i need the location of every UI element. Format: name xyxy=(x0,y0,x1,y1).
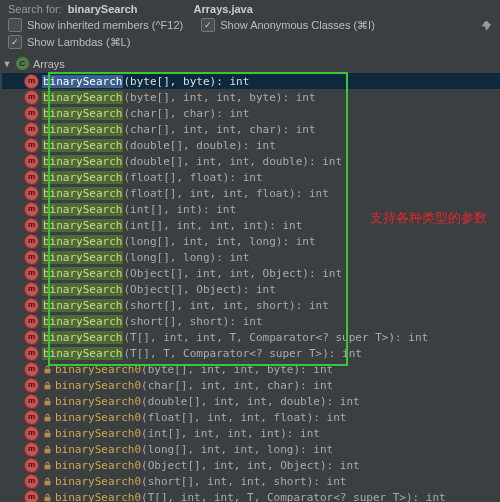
method-row[interactable]: mbinarySearch(byte[], byte): int xyxy=(2,73,500,89)
method-name: binarySearch xyxy=(42,283,123,296)
checkbox-anonymous[interactable]: ✓ Show Anonymous Classes (⌘I) xyxy=(201,18,375,32)
expand-arrow-icon[interactable]: ▼ xyxy=(2,59,12,69)
method-name: binarySearch xyxy=(42,347,123,360)
method-signature: binarySearch0(char[], int, int, char): i… xyxy=(55,379,333,392)
method-name: binarySearch0 xyxy=(55,411,141,424)
method-params: (int[], int, int, int): int xyxy=(123,219,302,232)
method-icon: m xyxy=(24,426,39,441)
method-row[interactable]: mbinarySearch0(float[], int, int, float)… xyxy=(2,409,500,425)
method-name: binarySearch0 xyxy=(55,491,141,503)
method-icon: m xyxy=(24,442,39,457)
method-name: binarySearch xyxy=(42,75,123,88)
method-icon: m xyxy=(24,314,39,329)
method-row[interactable]: mbinarySearch(T[], T, Comparator<? super… xyxy=(2,345,500,361)
annotation-text: 支持各种类型的参数 xyxy=(370,209,487,227)
method-row[interactable]: mbinarySearch0(Object[], int, int, Objec… xyxy=(2,457,500,473)
method-row[interactable]: mbinarySearch(Object[], Object): int xyxy=(2,281,500,297)
method-row[interactable]: mbinarySearch(double[], double): int xyxy=(2,137,500,153)
method-icon: m xyxy=(24,458,39,473)
method-row[interactable]: mbinarySearch(char[], int, int, char): i… xyxy=(2,121,500,137)
method-name: binarySearch xyxy=(42,155,123,168)
method-name: binarySearch xyxy=(42,219,123,232)
checkbox-inherited[interactable]: Show inherited members (^F12) xyxy=(8,18,183,32)
method-name: binarySearch xyxy=(42,107,123,120)
checkbox-box xyxy=(8,18,22,32)
method-row[interactable]: mbinarySearch(long[], long): int xyxy=(2,249,500,265)
method-row[interactable]: mbinarySearch0(double[], int, int, doubl… xyxy=(2,393,500,409)
method-row[interactable]: mbinarySearch(double[], int, int, double… xyxy=(2,153,500,169)
method-row[interactable]: mbinarySearch0(char[], int, int, char): … xyxy=(2,377,500,393)
file-name: Arrays.java xyxy=(194,3,253,15)
method-params: (char[], int, int, char): int xyxy=(141,379,333,392)
method-signature: binarySearch0(short[], int, int, short):… xyxy=(55,475,346,488)
method-row[interactable]: mbinarySearch(byte[], int, int, byte): i… xyxy=(2,89,500,105)
svg-rect-6 xyxy=(44,464,50,469)
method-params: (long[], int, int, long): int xyxy=(141,443,333,456)
method-row[interactable]: mbinarySearch(float[], float): int xyxy=(2,169,500,185)
method-icon: m xyxy=(24,250,39,265)
method-row[interactable]: mbinarySearch(long[], int, int, long): i… xyxy=(2,233,500,249)
method-params: (T[], int, int, T, Comparator<? super T>… xyxy=(123,331,428,344)
structure-tree: ▼ C Arrays mbinarySearch(byte[], byte): … xyxy=(0,53,500,502)
method-signature: binarySearch(int[], int, int, int): int xyxy=(42,219,302,232)
method-icon: m xyxy=(24,202,39,217)
svg-rect-8 xyxy=(44,496,50,501)
method-row[interactable]: mbinarySearch(char[], char): int xyxy=(2,105,500,121)
method-signature: binarySearch0(double[], int, int, double… xyxy=(55,395,360,408)
lock-icon xyxy=(42,444,52,454)
checkbox-lambdas[interactable]: ✓ Show Lambdas (⌘L) xyxy=(8,35,130,49)
method-params: (short[], int, int, short): int xyxy=(141,475,346,488)
method-params: (int[], int): int xyxy=(123,203,236,216)
method-params: (float[], float): int xyxy=(123,171,262,184)
search-header: Search for: binarySearch Arrays.java xyxy=(0,0,500,17)
method-name: binarySearch xyxy=(42,171,123,184)
method-params: (long[], long): int xyxy=(123,251,249,264)
method-name: binarySearch xyxy=(42,251,123,264)
method-name: binarySearch0 xyxy=(55,379,141,392)
method-name: binarySearch xyxy=(42,235,123,248)
method-row[interactable]: mbinarySearch0(int[], int, int, int): in… xyxy=(2,425,500,441)
method-row[interactable]: mbinarySearch(Object[], int, int, Object… xyxy=(2,265,500,281)
svg-rect-3 xyxy=(44,416,50,421)
method-params: (byte[], int, int, byte): int xyxy=(141,363,333,376)
method-name: binarySearch xyxy=(42,315,123,328)
method-row[interactable]: mbinarySearch(short[], short): int xyxy=(2,313,500,329)
checkbox-label: Show Anonymous Classes (⌘I) xyxy=(220,19,375,32)
method-row[interactable]: mbinarySearch0(byte[], int, int, byte): … xyxy=(2,361,500,377)
method-icon: m xyxy=(24,218,39,233)
method-row[interactable]: mbinarySearch0(short[], int, int, short)… xyxy=(2,473,500,489)
search-label: Search for: xyxy=(8,3,62,15)
method-icon: m xyxy=(24,90,39,105)
method-signature: binarySearch(long[], long): int xyxy=(42,251,249,264)
method-row[interactable]: mbinarySearch(T[], int, int, T, Comparat… xyxy=(2,329,500,345)
method-signature: binarySearch(byte[], int, int, byte): in… xyxy=(42,91,316,104)
method-params: (T[], T, Comparator<? super T>): int xyxy=(123,347,361,360)
method-signature: binarySearch0(byte[], int, int, byte): i… xyxy=(55,363,333,376)
method-name: binarySearch0 xyxy=(55,459,141,472)
method-icon: m xyxy=(24,490,39,503)
method-icon: m xyxy=(24,298,39,313)
class-row[interactable]: ▼ C Arrays xyxy=(2,55,500,73)
lock-icon xyxy=(42,492,52,502)
method-icon: m xyxy=(24,170,39,185)
method-icon: m xyxy=(24,330,39,345)
lock-icon xyxy=(42,460,52,470)
method-icon: m xyxy=(24,234,39,249)
method-name: binarySearch0 xyxy=(55,363,141,376)
method-row[interactable]: mbinarySearch0(long[], int, int, long): … xyxy=(2,441,500,457)
pin-icon[interactable] xyxy=(480,20,492,35)
class-icon: C xyxy=(15,56,30,71)
method-signature: binarySearch(double[], double): int xyxy=(42,139,276,152)
method-signature: binarySearch(T[], T, Comparator<? super … xyxy=(42,347,362,360)
method-signature: binarySearch0(long[], int, int, long): i… xyxy=(55,443,333,456)
method-name: binarySearch0 xyxy=(55,475,141,488)
method-params: (int[], int, int, int): int xyxy=(141,427,320,440)
lock-icon xyxy=(42,428,52,438)
method-row[interactable]: mbinarySearch(short[], int, int, short):… xyxy=(2,297,500,313)
method-row[interactable]: mbinarySearch0(T[], int, int, T, Compara… xyxy=(2,489,500,502)
options-row-2: ✓ Show Lambdas (⌘L) xyxy=(0,34,500,53)
method-icon: m xyxy=(24,266,39,281)
method-icon: m xyxy=(24,282,39,297)
method-row[interactable]: mbinarySearch(float[], int, int, float):… xyxy=(2,185,500,201)
method-params: (long[], int, int, long): int xyxy=(123,235,315,248)
